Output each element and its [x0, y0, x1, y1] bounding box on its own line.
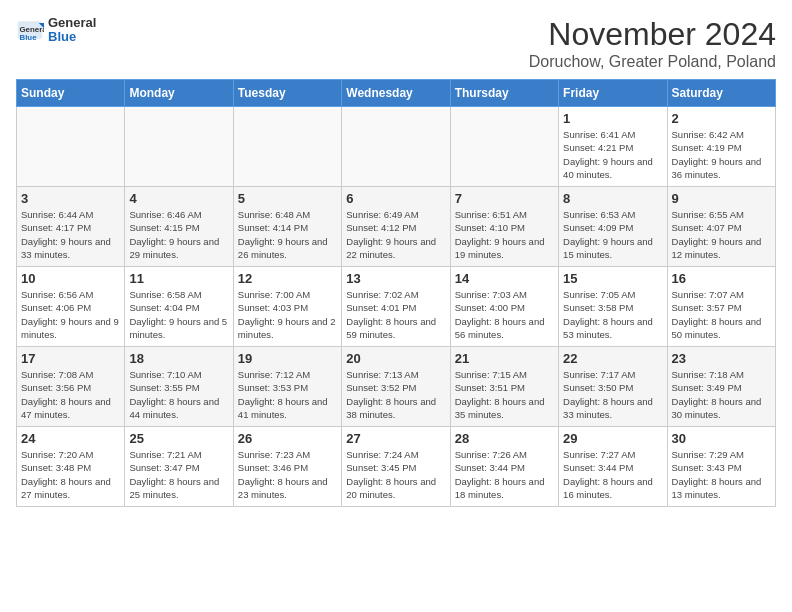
day-number: 20 [346, 351, 445, 366]
location-title: Doruchow, Greater Poland, Poland [529, 53, 776, 71]
day-info: Sunrise: 7:27 AM Sunset: 3:44 PM Dayligh… [563, 448, 662, 501]
day-info: Sunrise: 7:23 AM Sunset: 3:46 PM Dayligh… [238, 448, 337, 501]
calendar-cell: 9Sunrise: 6:55 AM Sunset: 4:07 PM Daylig… [667, 187, 775, 267]
day-number: 6 [346, 191, 445, 206]
day-number: 7 [455, 191, 554, 206]
day-info: Sunrise: 6:42 AM Sunset: 4:19 PM Dayligh… [672, 128, 771, 181]
calendar-cell [233, 107, 341, 187]
weekday-header-monday: Monday [125, 80, 233, 107]
calendar-cell: 19Sunrise: 7:12 AM Sunset: 3:53 PM Dayli… [233, 347, 341, 427]
calendar-cell: 2Sunrise: 6:42 AM Sunset: 4:19 PM Daylig… [667, 107, 775, 187]
weekday-header-saturday: Saturday [667, 80, 775, 107]
calendar-cell [450, 107, 558, 187]
day-info: Sunrise: 7:13 AM Sunset: 3:52 PM Dayligh… [346, 368, 445, 421]
day-info: Sunrise: 7:18 AM Sunset: 3:49 PM Dayligh… [672, 368, 771, 421]
weekday-header-friday: Friday [559, 80, 667, 107]
calendar-week-row: 3Sunrise: 6:44 AM Sunset: 4:17 PM Daylig… [17, 187, 776, 267]
weekday-header-wednesday: Wednesday [342, 80, 450, 107]
day-number: 24 [21, 431, 120, 446]
day-number: 19 [238, 351, 337, 366]
calendar-cell: 17Sunrise: 7:08 AM Sunset: 3:56 PM Dayli… [17, 347, 125, 427]
calendar-cell: 22Sunrise: 7:17 AM Sunset: 3:50 PM Dayli… [559, 347, 667, 427]
calendar-cell: 8Sunrise: 6:53 AM Sunset: 4:09 PM Daylig… [559, 187, 667, 267]
day-number: 15 [563, 271, 662, 286]
day-info: Sunrise: 6:56 AM Sunset: 4:06 PM Dayligh… [21, 288, 120, 341]
day-number: 17 [21, 351, 120, 366]
day-number: 4 [129, 191, 228, 206]
calendar-week-row: 10Sunrise: 6:56 AM Sunset: 4:06 PM Dayli… [17, 267, 776, 347]
calendar-cell [17, 107, 125, 187]
calendar-cell: 28Sunrise: 7:26 AM Sunset: 3:44 PM Dayli… [450, 427, 558, 507]
calendar-cell: 23Sunrise: 7:18 AM Sunset: 3:49 PM Dayli… [667, 347, 775, 427]
calendar-cell: 6Sunrise: 6:49 AM Sunset: 4:12 PM Daylig… [342, 187, 450, 267]
calendar-cell: 4Sunrise: 6:46 AM Sunset: 4:15 PM Daylig… [125, 187, 233, 267]
svg-text:Blue: Blue [20, 33, 38, 42]
day-info: Sunrise: 7:29 AM Sunset: 3:43 PM Dayligh… [672, 448, 771, 501]
day-number: 30 [672, 431, 771, 446]
calendar-cell: 30Sunrise: 7:29 AM Sunset: 3:43 PM Dayli… [667, 427, 775, 507]
day-info: Sunrise: 6:49 AM Sunset: 4:12 PM Dayligh… [346, 208, 445, 261]
day-number: 11 [129, 271, 228, 286]
day-number: 25 [129, 431, 228, 446]
day-number: 21 [455, 351, 554, 366]
calendar-cell: 14Sunrise: 7:03 AM Sunset: 4:00 PM Dayli… [450, 267, 558, 347]
day-number: 14 [455, 271, 554, 286]
calendar-cell: 10Sunrise: 6:56 AM Sunset: 4:06 PM Dayli… [17, 267, 125, 347]
day-info: Sunrise: 6:48 AM Sunset: 4:14 PM Dayligh… [238, 208, 337, 261]
weekday-header-tuesday: Tuesday [233, 80, 341, 107]
day-info: Sunrise: 7:15 AM Sunset: 3:51 PM Dayligh… [455, 368, 554, 421]
logo-icon: General Blue [16, 16, 44, 44]
calendar-table: SundayMondayTuesdayWednesdayThursdayFrid… [16, 79, 776, 507]
day-info: Sunrise: 7:26 AM Sunset: 3:44 PM Dayligh… [455, 448, 554, 501]
logo: General Blue General Blue [16, 16, 96, 45]
day-number: 10 [21, 271, 120, 286]
calendar-week-row: 1Sunrise: 6:41 AM Sunset: 4:21 PM Daylig… [17, 107, 776, 187]
day-info: Sunrise: 7:12 AM Sunset: 3:53 PM Dayligh… [238, 368, 337, 421]
day-number: 28 [455, 431, 554, 446]
month-title: November 2024 [529, 16, 776, 53]
title-area: November 2024 Doruchow, Greater Poland, … [529, 16, 776, 71]
day-number: 1 [563, 111, 662, 126]
calendar-week-row: 24Sunrise: 7:20 AM Sunset: 3:48 PM Dayli… [17, 427, 776, 507]
day-number: 9 [672, 191, 771, 206]
day-info: Sunrise: 7:00 AM Sunset: 4:03 PM Dayligh… [238, 288, 337, 341]
day-info: Sunrise: 6:55 AM Sunset: 4:07 PM Dayligh… [672, 208, 771, 261]
calendar-cell: 24Sunrise: 7:20 AM Sunset: 3:48 PM Dayli… [17, 427, 125, 507]
day-number: 29 [563, 431, 662, 446]
day-info: Sunrise: 7:08 AM Sunset: 3:56 PM Dayligh… [21, 368, 120, 421]
day-info: Sunrise: 7:24 AM Sunset: 3:45 PM Dayligh… [346, 448, 445, 501]
calendar-cell: 1Sunrise: 6:41 AM Sunset: 4:21 PM Daylig… [559, 107, 667, 187]
weekday-header-sunday: Sunday [17, 80, 125, 107]
day-info: Sunrise: 6:58 AM Sunset: 4:04 PM Dayligh… [129, 288, 228, 341]
calendar-cell: 29Sunrise: 7:27 AM Sunset: 3:44 PM Dayli… [559, 427, 667, 507]
day-info: Sunrise: 6:44 AM Sunset: 4:17 PM Dayligh… [21, 208, 120, 261]
day-number: 16 [672, 271, 771, 286]
calendar-cell: 13Sunrise: 7:02 AM Sunset: 4:01 PM Dayli… [342, 267, 450, 347]
day-info: Sunrise: 7:05 AM Sunset: 3:58 PM Dayligh… [563, 288, 662, 341]
calendar-cell: 18Sunrise: 7:10 AM Sunset: 3:55 PM Dayli… [125, 347, 233, 427]
calendar-cell: 3Sunrise: 6:44 AM Sunset: 4:17 PM Daylig… [17, 187, 125, 267]
day-number: 18 [129, 351, 228, 366]
logo-blue: Blue [48, 30, 96, 44]
calendar-cell: 26Sunrise: 7:23 AM Sunset: 3:46 PM Dayli… [233, 427, 341, 507]
day-number: 23 [672, 351, 771, 366]
day-info: Sunrise: 7:21 AM Sunset: 3:47 PM Dayligh… [129, 448, 228, 501]
page-header: General Blue General Blue November 2024 … [16, 16, 776, 71]
calendar-cell [342, 107, 450, 187]
day-info: Sunrise: 7:07 AM Sunset: 3:57 PM Dayligh… [672, 288, 771, 341]
day-number: 12 [238, 271, 337, 286]
logo-general: General [48, 16, 96, 30]
day-info: Sunrise: 6:53 AM Sunset: 4:09 PM Dayligh… [563, 208, 662, 261]
day-info: Sunrise: 7:03 AM Sunset: 4:00 PM Dayligh… [455, 288, 554, 341]
calendar-cell: 21Sunrise: 7:15 AM Sunset: 3:51 PM Dayli… [450, 347, 558, 427]
day-info: Sunrise: 7:10 AM Sunset: 3:55 PM Dayligh… [129, 368, 228, 421]
day-number: 26 [238, 431, 337, 446]
day-number: 3 [21, 191, 120, 206]
calendar-cell: 20Sunrise: 7:13 AM Sunset: 3:52 PM Dayli… [342, 347, 450, 427]
day-number: 27 [346, 431, 445, 446]
calendar-cell: 27Sunrise: 7:24 AM Sunset: 3:45 PM Dayli… [342, 427, 450, 507]
calendar-cell: 15Sunrise: 7:05 AM Sunset: 3:58 PM Dayli… [559, 267, 667, 347]
day-info: Sunrise: 7:20 AM Sunset: 3:48 PM Dayligh… [21, 448, 120, 501]
calendar-cell: 11Sunrise: 6:58 AM Sunset: 4:04 PM Dayli… [125, 267, 233, 347]
weekday-header-thursday: Thursday [450, 80, 558, 107]
